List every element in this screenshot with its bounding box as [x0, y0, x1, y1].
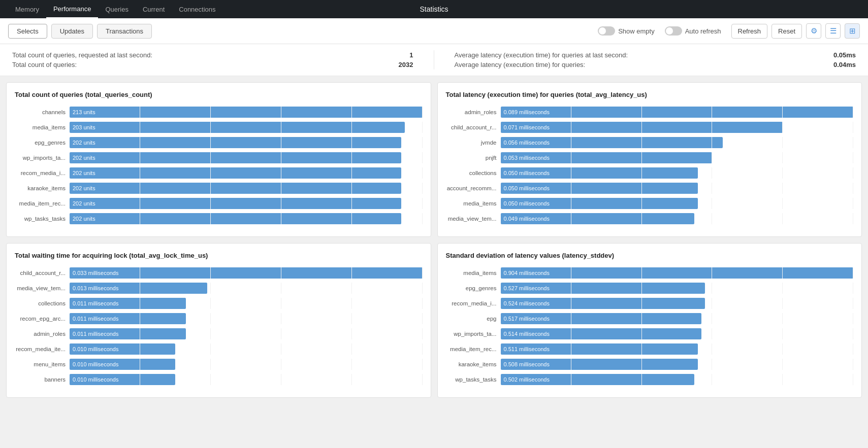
bar-label: jvmde	[446, 140, 497, 146]
summary-bar: Total count of queries, requested at las…	[0, 44, 868, 76]
show-empty-toggle[interactable]	[598, 26, 615, 36]
bar-container: 0.050 milliseconds	[501, 183, 854, 194]
bar-row: media_item_rec...202 units	[15, 198, 423, 209]
bar-container: 0.502 milliseconds	[501, 374, 854, 385]
bar-fill: 0.013 milliseconds	[70, 283, 207, 294]
refresh-button[interactable]: Refresh	[731, 24, 768, 39]
bar-value: 0.011 milliseconds	[73, 316, 119, 322]
bar-row: recom_epg_arc...0.011 milliseconds	[15, 313, 423, 324]
bar-label: media_item_rec...	[446, 346, 497, 352]
bar-row: jvmde0.056 milliseconds	[446, 137, 854, 148]
bar-label: epg_genres	[15, 140, 66, 146]
bar-label: karaoke_items	[446, 361, 497, 367]
nav-item-queries[interactable]: Queries	[98, 0, 136, 18]
bar-label: media_item_rec...	[15, 200, 66, 206]
bar-value: 0.050 milliseconds	[504, 185, 550, 191]
bar-label: recom_media_i...	[446, 300, 497, 306]
bar-container: 0.071 milliseconds	[501, 122, 854, 133]
bar-row: karaoke_items202 units	[15, 183, 423, 194]
nav-item-performance[interactable]: Performance	[46, 0, 98, 18]
bar-fill: 0.514 milliseconds	[501, 328, 702, 339]
summary-value-3: 0.05ms	[833, 51, 856, 59]
bar-value: 202 units	[73, 200, 95, 206]
bar-value: 0.071 milliseconds	[504, 124, 550, 130]
bar-label: channels	[15, 109, 66, 115]
auto-refresh-label: Auto refresh	[685, 27, 721, 35]
bar-label: child_account_r...	[15, 270, 66, 276]
tab-transactions[interactable]: Transactions	[97, 24, 152, 39]
bar-value: 0.502 milliseconds	[504, 376, 550, 383]
bar-value: 0.053 milliseconds	[504, 155, 550, 161]
bar-fill: 0.050 milliseconds	[501, 183, 698, 194]
bar-value: 0.010 milliseconds	[73, 361, 119, 367]
bar-label: admin_roles	[446, 109, 497, 115]
bar-container: 202 units	[70, 183, 423, 194]
bar-value: 0.010 milliseconds	[73, 346, 119, 352]
chart-title-latency_stddev: Standard deviation of latency values (la…	[446, 252, 854, 259]
bar-label: collections	[15, 300, 66, 306]
bar-fill: 203 units	[70, 122, 405, 133]
bar-label: wp_tasks_tasks	[446, 376, 497, 383]
bar-value: 0.010 milliseconds	[73, 376, 119, 383]
bar-container: 0.053 milliseconds	[501, 152, 854, 163]
bar-label: menu_items	[15, 361, 66, 367]
bar-fill: 202 units	[70, 213, 401, 224]
auto-refresh-toggle-group: Auto refresh	[665, 26, 721, 36]
bar-value: 0.527 milliseconds	[504, 285, 550, 291]
bar-row: recom_media_i...0.524 milliseconds	[446, 298, 854, 309]
settings-icon[interactable]: ⚙	[806, 23, 821, 39]
bar-label: media_items	[446, 270, 497, 276]
chart-card-total_avg_latency_us: Total latency (execution time) for queri…	[437, 82, 862, 237]
bar-fill: 0.010 milliseconds	[70, 359, 175, 370]
bar-row: media_items0.904 milliseconds	[446, 267, 854, 279]
reset-button[interactable]: Reset	[771, 24, 802, 39]
bar-row: menu_items0.010 milliseconds	[15, 359, 423, 370]
bar-value: 0.056 milliseconds	[504, 140, 550, 146]
bar-row: epg_genres202 units	[15, 137, 423, 148]
bar-row: epg_genres0.527 milliseconds	[446, 283, 854, 294]
nav-item-current[interactable]: Current	[136, 0, 172, 18]
bar-row: wp_tasks_tasks0.502 milliseconds	[446, 374, 854, 385]
bar-fill: 0.053 milliseconds	[501, 152, 713, 163]
bar-container: 0.011 milliseconds	[70, 313, 423, 324]
bar-value: 0.050 milliseconds	[504, 200, 550, 206]
bar-container: 0.511 milliseconds	[501, 343, 854, 355]
table-view-icon[interactable]: ⊞	[845, 23, 860, 39]
bar-fill: 0.050 milliseconds	[501, 167, 698, 179]
bar-container: 0.524 milliseconds	[501, 298, 854, 309]
summary-right: Average latency (execution time) for que…	[434, 50, 856, 70]
summary-label-3: Average latency (execution time) for que…	[455, 51, 628, 59]
chart-card-total_queries_count: Total count of queries (total_queries_co…	[6, 82, 431, 237]
bar-fill: 0.050 milliseconds	[501, 198, 698, 209]
bar-row: wp_tasks_tasks202 units	[15, 213, 423, 224]
bar-fill: 0.010 milliseconds	[70, 374, 175, 385]
tab-selects[interactable]: Selects	[8, 24, 47, 39]
bar-fill: 0.056 milliseconds	[501, 137, 723, 148]
bar-value: 0.050 milliseconds	[504, 170, 550, 176]
bar-container: 0.010 milliseconds	[70, 343, 423, 355]
bar-container: 0.517 milliseconds	[501, 313, 854, 324]
bar-container: 0.049 milliseconds	[501, 213, 854, 224]
bar-fill: 0.011 milliseconds	[70, 313, 186, 324]
list-view-icon[interactable]: ☰	[825, 23, 841, 39]
nav-item-connections[interactable]: Connections	[172, 0, 222, 18]
bar-container: 203 units	[70, 122, 423, 133]
bar-container: 0.011 milliseconds	[70, 298, 423, 309]
bar-label: media_view_tem...	[446, 216, 497, 222]
bar-fill: 0.527 milliseconds	[501, 283, 705, 294]
bar-container: 0.514 milliseconds	[501, 328, 854, 339]
auto-refresh-toggle[interactable]	[665, 26, 682, 36]
bar-label: wp_tasks_tasks	[15, 216, 66, 222]
bar-label: banners	[15, 376, 66, 383]
bar-label: wp_imports_ta...	[446, 331, 497, 337]
page-title: Statistics	[420, 5, 448, 13]
bar-fill: 202 units	[70, 183, 401, 194]
bar-row: pnjft0.053 milliseconds	[446, 152, 854, 163]
bar-value: 202 units	[73, 170, 95, 176]
show-empty-toggle-group: Show empty	[598, 26, 655, 36]
bar-fill: 0.011 milliseconds	[70, 298, 186, 309]
bar-fill: 0.011 milliseconds	[70, 328, 186, 339]
bar-fill: 202 units	[70, 198, 401, 209]
tab-updates[interactable]: Updates	[51, 24, 93, 39]
nav-item-memory[interactable]: Memory	[8, 0, 46, 18]
